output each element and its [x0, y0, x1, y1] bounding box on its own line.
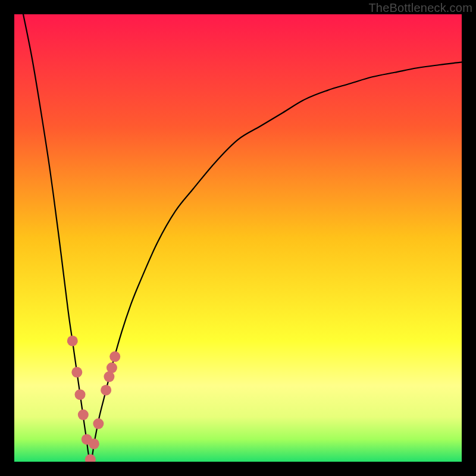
marker-dot	[67, 336, 78, 346]
marker-dot	[109, 351, 120, 362]
marker-dot	[93, 418, 104, 429]
marker-dot	[78, 409, 89, 420]
marker-dot	[75, 389, 86, 400]
marker-dot	[107, 362, 117, 373]
chart-frame: TheBottleneck.com	[0, 0, 476, 476]
marker-dot	[101, 385, 111, 396]
marker-dot	[89, 439, 99, 449]
chart-plot-area	[14, 14, 462, 462]
watermark-text: TheBottleneck.com	[368, 1, 472, 15]
chart-svg	[14, 14, 462, 462]
marker-dot	[71, 367, 82, 378]
